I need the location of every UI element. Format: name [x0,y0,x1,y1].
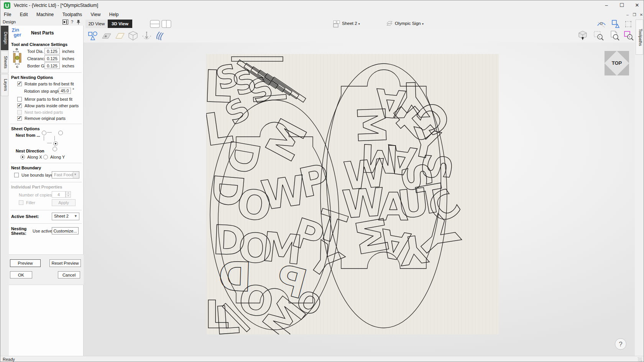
rotation-step-input[interactable] [59,88,71,94]
active-sheet-dropdown[interactable]: Sheet 2 ▼ [52,213,79,220]
checkbox-allow-inside[interactable]: Allow parts inside other parts [17,103,79,109]
canvas-help-button[interactable]: ? [615,338,626,350]
individual-part-heading: Individual Part Properties [11,185,62,189]
nesting-sheets-mode: Use active [33,229,52,233]
menu-file[interactable]: File [0,11,15,19]
copies-label: Number of copies [19,193,52,197]
mdi-close-button[interactable]: ✕ [638,12,644,18]
view-orientation-cube[interactable]: TOP [605,51,629,75]
snap-grid-icon[interactable] [624,20,633,29]
menu-help[interactable]: Help [106,11,122,19]
tool-dia-unit: inches [62,49,74,54]
pin-icon[interactable] [76,20,80,25]
menu-toolpaths[interactable]: Toolpaths [59,11,85,19]
split-horizontal-icon[interactable] [150,20,160,28]
separator [10,223,82,224]
chevron-down-icon: ▼ [74,214,77,218]
toolpath-preview-icon[interactable] [155,31,165,41]
preview-button[interactable]: Preview [10,259,41,267]
sidebar-tab-toolpaths[interactable]: Toolpaths [636,20,643,55]
separator [10,182,82,182]
checkbox-use-bounds-layer[interactable]: Use bounds layer: [14,173,56,178]
tool-diagram-icon: D C [12,47,26,68]
resize-grip[interactable] [638,357,642,362]
datum-position-icon[interactable]: vx [141,31,152,41]
svg-text:C: C [16,65,18,68]
zoom-box-icon[interactable]: + [593,30,604,41]
menu-edit[interactable]: Edit [16,11,31,19]
sidebar-tab-layers[interactable]: Layers [1,74,8,96]
svg-text:v: v [142,35,143,37]
node-edit-icon[interactable] [597,20,606,29]
close-button[interactable]: ✕ [630,0,644,10]
nest-boundary-heading: Nest Boundary [11,165,41,170]
menu-machine[interactable]: Machine [33,11,57,19]
nest-from-top-left-radio[interactable] [42,131,46,135]
nest-from-top-right-radio[interactable] [58,131,63,135]
mdi-restore-button[interactable]: ❐ [631,12,637,18]
maximize-button[interactable]: ☐ [614,0,629,10]
checkbox-rotate-parts[interactable]: Rotate parts to find best fit [17,82,74,87]
reset-preview-button[interactable]: Reset Preview [49,259,81,267]
nest-from-bottom-left-radio[interactable] [53,141,58,146]
checkbox-box[interactable] [17,82,22,86]
svg-text:x: x [150,35,151,37]
split-vertical-icon[interactable] [161,20,171,28]
nest-direction-label: Nest Direction [16,149,44,153]
nest-from-label: Nest from ... [16,133,40,138]
checkbox-box [19,200,23,205]
rotation-step-label: Rotation step angle [24,89,61,93]
checkbox-box[interactable] [17,103,22,108]
right-tab-strip: Toolpaths [635,19,644,356]
status-text: Ready [3,357,15,362]
customize-button[interactable]: Customize... [52,227,79,234]
material-image-icon[interactable] [101,31,112,41]
panel-button-strip [9,254,84,285]
window-title: Vectric - {Vectric Ltd} - [*OlympicStadi… [14,3,98,8]
isometric-view-icon[interactable] [577,30,588,41]
menu-view[interactable]: View [87,11,104,19]
sheet-selector[interactable]: Sheet 2 ▾ [342,21,360,26]
clearance-input[interactable] [44,55,60,62]
zoom-drawing-icon[interactable] [610,30,620,41]
dock-panel-icon[interactable] [62,20,68,25]
mdi-minimize-button[interactable]: – [624,12,631,18]
nest-from-diagram [42,131,61,147]
drawing-toolbar: vx + + [84,29,635,43]
panel-header-title: Design [3,20,16,24]
draw-shapes-icon[interactable] [88,31,98,41]
ok-button[interactable]: OK [10,271,32,278]
panel-help-icon[interactable]: ? [71,20,73,24]
checkbox-box[interactable] [14,173,19,177]
tab-3d-view[interactable]: 3D View [108,20,132,28]
nest-from-bottom-right-radio[interactable] [53,147,57,151]
panel-title: Nest Parts [31,30,54,36]
separator [10,124,82,124]
minimize-button[interactable]: – [599,0,614,10]
zinger-logo: Zin ger [12,27,28,39]
material-plane-icon[interactable] [115,31,125,41]
sidebar-tab-design[interactable]: Design [1,26,8,50]
material-sheet[interactable]: LSSSSLLL DMDOWPDOMPTYDOPMO AYCtMMAYSSWWA… [206,54,499,334]
menu-bar: File Edit Machine Toolpaths View Help [0,11,644,19]
checkbox-remove-original[interactable]: Remove original parts [17,116,66,121]
tab-2d-view[interactable]: 2D View [85,20,108,28]
sidebar-tab-sheets[interactable]: Sheets [1,51,8,73]
radio-along-x[interactable]: Along X [20,155,42,160]
cancel-button[interactable]: Cancel [58,271,80,278]
border-gap-unit: inches [62,64,74,68]
checkbox-mirror-parts[interactable]: Mirror parts to find best fit [17,97,72,102]
transform-selection-icon[interactable] [611,20,620,29]
3d-view-canvas[interactable]: LSSSSLLL DMDOWPDOMPTYDOPMO AYCtMMAYSSWWA… [84,43,635,356]
border-gap-input[interactable] [44,62,60,69]
tool-dia-input[interactable] [44,48,60,54]
material-block-icon[interactable] [128,31,138,41]
radio-along-y[interactable]: Along Y [43,155,65,160]
zoom-selection-icon[interactable]: + [623,30,634,41]
checkbox-box[interactable] [17,116,22,121]
chevron-down-icon: ▾ [422,22,424,26]
checkbox-box[interactable] [17,97,22,102]
bounds-layer-dropdown: Fast Food ▾ [52,171,79,179]
sheet-options-heading: Sheet Options [11,126,40,131]
layer-selector[interactable]: Olympic Sign ▾ [395,21,424,26]
